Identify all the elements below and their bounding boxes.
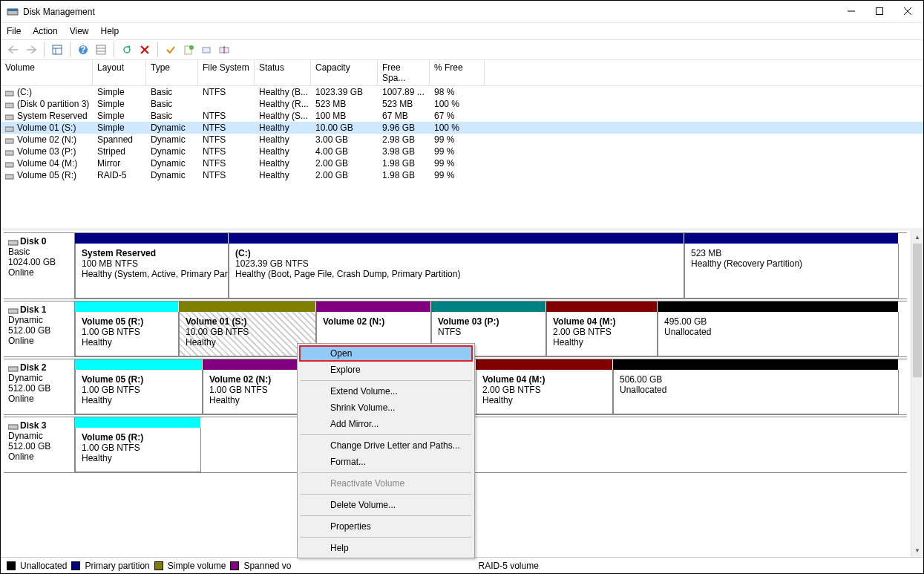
partition-box[interactable]: 495.00 GBUnallocated bbox=[658, 312, 899, 356]
cell-status: Healthy bbox=[255, 157, 311, 169]
cell-free: 1.98 GB bbox=[378, 169, 430, 181]
menu-item-properties[interactable]: Properties bbox=[299, 518, 473, 535]
strip-segment bbox=[229, 233, 684, 244]
col-header-volume[interactable]: Volume bbox=[1, 60, 93, 85]
partition-boxes: Volume 05 (R:)1.00 GB NTFSHealthyVolume … bbox=[75, 312, 907, 356]
volume-row[interactable]: Volume 03 (P:)StripedDynamicNTFSHealthy4… bbox=[1, 146, 923, 157]
new-icon[interactable] bbox=[182, 43, 195, 56]
col-header-layout[interactable]: Layout bbox=[93, 60, 146, 85]
close-button[interactable] bbox=[904, 7, 911, 17]
detach-icon[interactable] bbox=[217, 43, 231, 56]
check-icon[interactable] bbox=[164, 43, 177, 56]
cell-type: Basic bbox=[146, 110, 198, 122]
menu-item-shrink-volume[interactable]: Shrink Volume... bbox=[299, 399, 473, 416]
disk-type: Dynamic bbox=[8, 373, 43, 383]
scrollbar-vertical[interactable]: ▲ ▼ bbox=[911, 231, 923, 557]
menu-item-add-mirror[interactable]: Add Mirror... bbox=[299, 416, 473, 432]
cell-type: Dynamic bbox=[146, 146, 198, 157]
disk-state: Online bbox=[8, 336, 34, 346]
cell-layout: Striped bbox=[93, 146, 146, 157]
col-header-capacity[interactable]: Capacity bbox=[311, 60, 378, 85]
volume-row[interactable]: Volume 05 (R:)RAID-5DynamicNTFSHealthy2.… bbox=[1, 169, 923, 181]
settings-icon[interactable] bbox=[94, 43, 108, 56]
menu-item-reactivate-volume: Reactivate Volume bbox=[299, 475, 473, 492]
partition-box[interactable]: Volume 05 (R:)1.00 GB NTFSHealthy bbox=[75, 312, 179, 356]
partition-box[interactable]: 506.00 GBUnallocated bbox=[613, 370, 899, 414]
menu-item-change-drive-letter-and-paths[interactable]: Change Drive Letter and Paths... bbox=[299, 437, 473, 454]
cell-free: 2.98 GB bbox=[378, 134, 430, 146]
refresh-icon[interactable] bbox=[120, 43, 134, 56]
disk-type: Dynamic bbox=[8, 315, 43, 325]
disk-label-box[interactable]: Disk 1Dynamic512.00 GBOnline bbox=[4, 301, 75, 356]
menu-item-open[interactable]: Open bbox=[299, 345, 473, 362]
menu-item-delete-volume[interactable]: Delete Volume... bbox=[299, 497, 473, 513]
minimize-button[interactable] bbox=[848, 7, 855, 17]
svg-rect-1 bbox=[7, 9, 18, 11]
svg-rect-29 bbox=[5, 175, 13, 179]
maximize-button[interactable] bbox=[876, 7, 883, 17]
forward-icon[interactable] bbox=[24, 43, 38, 56]
cell-free: 1.98 GB bbox=[378, 157, 430, 169]
cell-pct: 98 % bbox=[430, 86, 485, 98]
volume-rows: (C:)SimpleBasicNTFSHealthy (B...1023.39 … bbox=[1, 86, 923, 181]
strip-segment bbox=[75, 301, 179, 312]
disk-state: Online bbox=[8, 267, 34, 278]
volume-row[interactable]: System ReservedSimpleBasicNTFSHealthy (S… bbox=[1, 110, 923, 122]
delete-icon[interactable] bbox=[138, 43, 151, 56]
part-status: Healthy (Boot, Page File, Crash Dump, Pr… bbox=[235, 269, 460, 279]
partition-box[interactable]: Volume 05 (R:)1.00 GB NTFSHealthy bbox=[75, 428, 201, 472]
menu-action[interactable]: Action bbox=[33, 26, 57, 36]
partition-box[interactable]: Volume 01 (S:)10.00 GB NTFSHealthy bbox=[179, 312, 316, 356]
part-status: Healthy bbox=[186, 337, 216, 348]
col-header-status[interactable]: Status bbox=[255, 60, 311, 85]
volume-row[interactable]: (C:)SimpleBasicNTFSHealthy (B...1023.39 … bbox=[1, 86, 923, 98]
cell-cap: 3.00 GB bbox=[311, 134, 378, 146]
attach-icon[interactable] bbox=[200, 43, 213, 56]
partition-box[interactable]: Volume 04 (M:)2.00 GB NTFSHealthy bbox=[476, 370, 613, 414]
cell-name: Volume 03 (P:) bbox=[1, 146, 93, 157]
legend-swatch bbox=[154, 561, 163, 570]
menu-view[interactable]: View bbox=[70, 26, 89, 36]
cell-layout: Simple bbox=[93, 110, 146, 122]
col-header-type[interactable]: Type bbox=[146, 60, 198, 85]
menu-item-help[interactable]: Help bbox=[299, 540, 473, 556]
scroll-up-icon[interactable]: ▲ bbox=[911, 231, 923, 244]
menu-item-extend-volume[interactable]: Extend Volume... bbox=[299, 383, 473, 399]
back-icon[interactable] bbox=[7, 43, 20, 56]
disk-label-box[interactable]: Disk 0Basic1024.00 GBOnline bbox=[4, 233, 75, 299]
menu-item-format[interactable]: Format... bbox=[299, 454, 473, 470]
col-header-free[interactable]: Free Spa... bbox=[378, 60, 430, 85]
menu-separator bbox=[301, 515, 471, 516]
svg-rect-23 bbox=[5, 103, 13, 108]
svg-rect-26 bbox=[5, 139, 13, 143]
part-title: Volume 04 (M:) bbox=[553, 316, 615, 327]
col-header-pct[interactable]: % Free bbox=[430, 60, 485, 85]
help-icon[interactable]: ? bbox=[76, 43, 90, 56]
menu-item-explore[interactable]: Explore bbox=[299, 362, 473, 378]
volume-row[interactable]: (Disk 0 partition 3)SimpleBasicHealthy (… bbox=[1, 98, 923, 110]
cell-layout: Spanned bbox=[93, 134, 146, 146]
disk-label-box[interactable]: Disk 2Dynamic512.00 GBOnline bbox=[4, 359, 75, 414]
volume-icon bbox=[5, 149, 14, 156]
menu-help[interactable]: Help bbox=[101, 26, 119, 36]
part-title: (C:) bbox=[235, 248, 251, 258]
volume-row[interactable]: Volume 02 (N:)SpannedDynamicNTFSHealthy3… bbox=[1, 134, 923, 146]
volume-row[interactable]: Volume 04 (M:)MirrorDynamicNTFSHealthy2.… bbox=[1, 157, 923, 169]
disk-size: 512.00 GB bbox=[8, 383, 50, 394]
svg-rect-32 bbox=[8, 367, 18, 371]
part-size: 506.00 GB bbox=[620, 374, 662, 385]
partition-box[interactable]: Volume 04 (M:)2.00 GB NTFSHealthy bbox=[546, 312, 658, 356]
scroll-down-icon[interactable]: ▼ bbox=[911, 544, 923, 557]
show-hide-icon[interactable] bbox=[50, 43, 64, 56]
cell-name: (C:) bbox=[1, 86, 93, 98]
disk-label-box[interactable]: Disk 3Dynamic512.00 GBOnline bbox=[4, 417, 75, 472]
partition-box[interactable]: 523 MBHealthy (Recovery Partition) bbox=[684, 244, 899, 299]
scroll-thumb[interactable] bbox=[913, 244, 922, 377]
partition-box[interactable]: Volume 05 (R:)1.00 GB NTFSHealthy bbox=[75, 370, 203, 414]
col-header-fs[interactable]: File System bbox=[198, 60, 255, 85]
cell-free: 3.98 GB bbox=[378, 146, 430, 157]
volume-row[interactable]: Volume 01 (S:)SimpleDynamicNTFSHealthy10… bbox=[1, 122, 923, 134]
menu-file[interactable]: File bbox=[7, 26, 21, 36]
partition-box[interactable]: System Reserved100 MB NTFSHealthy (Syste… bbox=[75, 244, 229, 299]
partition-box[interactable]: (C:)1023.39 GB NTFSHealthy (Boot, Page F… bbox=[229, 244, 684, 299]
